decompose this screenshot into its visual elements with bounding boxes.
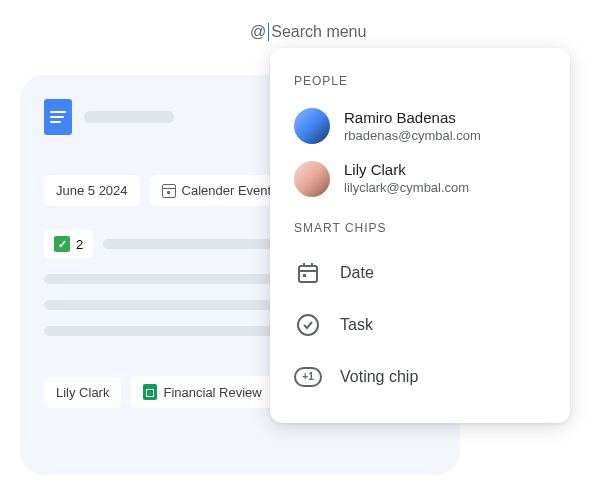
person-info: Ramiro Badenas rbadenas@cymbal.com: [344, 108, 481, 144]
text-cursor: [268, 23, 269, 41]
at-mention-search[interactable]: @ Search menu: [250, 23, 366, 41]
avatar: [294, 108, 330, 144]
chip-label: Voting chip: [340, 368, 418, 386]
date-chip[interactable]: June 5 2024: [44, 175, 140, 206]
person-item-ramiro[interactable]: Ramiro Badenas rbadenas@cymbal.com: [270, 100, 570, 152]
title-placeholder: [84, 111, 174, 123]
file-chip-label: Financial Review: [163, 385, 261, 400]
calendar-event-chip[interactable]: Calender Event: [150, 175, 284, 206]
person-info: Lily Clark lilyclark@cymbal.com: [344, 160, 469, 196]
task-icon: [294, 311, 322, 339]
person-chip-label: Lily Clark: [56, 385, 109, 400]
svg-point-5: [298, 315, 318, 335]
chip-item-task[interactable]: Task: [270, 299, 570, 351]
vote-count: 2: [76, 237, 83, 252]
google-docs-icon: [44, 99, 72, 135]
avatar: [294, 161, 330, 197]
date-icon: [294, 259, 322, 287]
search-menu-popup: PEOPLE Ramiro Badenas rbadenas@cymbal.co…: [270, 48, 570, 423]
chip-item-date[interactable]: Date: [270, 247, 570, 299]
calendar-chip-label: Calender Event: [182, 183, 272, 198]
at-symbol: @: [250, 23, 266, 41]
date-chip-label: June 5 2024: [56, 183, 128, 198]
chip-label: Date: [340, 264, 374, 282]
chip-item-voting[interactable]: +1 Voting chip: [270, 351, 570, 403]
checkmark-icon: ✓: [54, 236, 70, 252]
person-name: Lily Clark: [344, 160, 469, 180]
person-email: rbadenas@cymbal.com: [344, 128, 481, 145]
plus-one-badge: +1: [294, 367, 322, 387]
person-name: Ramiro Badenas: [344, 108, 481, 128]
person-email: lilyclark@cymbal.com: [344, 180, 469, 197]
text-placeholder: [44, 326, 299, 336]
people-section-header: PEOPLE: [270, 68, 570, 100]
sheets-icon: [143, 384, 157, 400]
vote-chip[interactable]: ✓ 2: [44, 230, 93, 258]
svg-rect-4: [303, 274, 306, 277]
chip-label: Task: [340, 316, 373, 334]
person-item-lily[interactable]: Lily Clark lilyclark@cymbal.com: [270, 152, 570, 204]
search-placeholder: Search menu: [271, 23, 366, 41]
voting-chip-icon: +1: [294, 363, 322, 391]
smart-chips-section-header: SMART CHIPS: [270, 215, 570, 247]
svg-rect-0: [299, 266, 317, 282]
person-chip[interactable]: Lily Clark: [44, 377, 121, 408]
file-chip[interactable]: Financial Review: [131, 376, 273, 408]
calendar-icon: [162, 184, 176, 198]
